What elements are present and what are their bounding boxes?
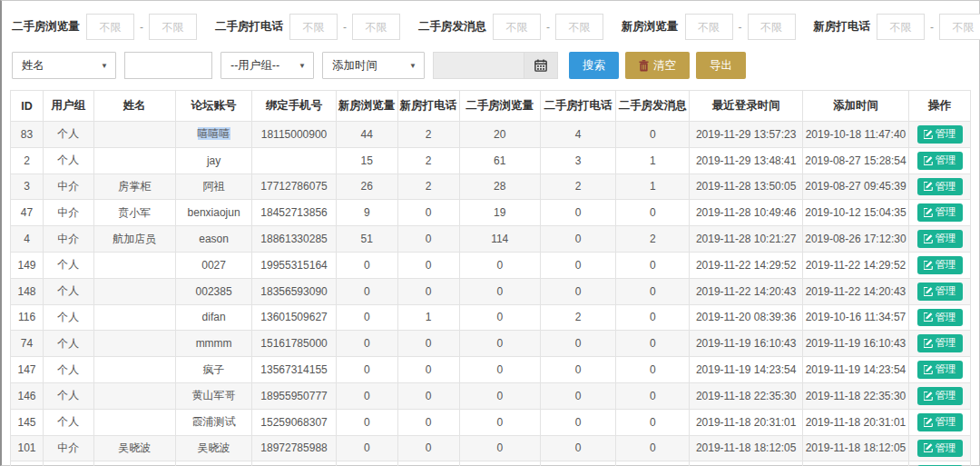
table-cell: 18356593090 bbox=[252, 278, 337, 304]
table-cell: 0 bbox=[616, 252, 690, 278]
table-cell: 13567314155 bbox=[252, 357, 337, 383]
column-header: 操作 bbox=[909, 91, 971, 122]
table-cell: 2019-08-26 17:12:30 bbox=[802, 226, 908, 253]
table-cell: 0 bbox=[540, 226, 615, 253]
table-cell: 51 bbox=[336, 226, 397, 253]
clear-button[interactable]: 清空 bbox=[625, 52, 690, 79]
date-range-input[interactable] bbox=[433, 52, 524, 79]
edit-icon bbox=[924, 287, 933, 296]
manage-button[interactable]: 管理 bbox=[917, 152, 963, 170]
edit-icon bbox=[924, 182, 933, 191]
table-cell: 1 bbox=[397, 304, 459, 331]
manage-button[interactable]: 管理 bbox=[917, 125, 963, 144]
manage-button-label: 管理 bbox=[936, 259, 956, 272]
manage-button[interactable]: 管理 bbox=[917, 334, 963, 352]
secondhand-messages-max-input[interactable] bbox=[555, 14, 603, 40]
chevron-down-icon: ▼ bbox=[299, 62, 306, 70]
manage-button[interactable]: 管理 bbox=[917, 230, 963, 248]
time-field-select-value: 添加时间 bbox=[332, 58, 377, 74]
table-row: 52中介测试店长账号哈哈哈18861330285000002019-11-18 … bbox=[11, 461, 971, 466]
table-cell: 13601509627 bbox=[252, 304, 337, 331]
manage-button[interactable]: 管理 bbox=[917, 178, 963, 196]
table-cell: 148 bbox=[11, 278, 44, 304]
table-cell: 0 bbox=[336, 278, 397, 304]
manage-button[interactable]: 管理 bbox=[917, 440, 963, 458]
table-cell-actions: 管理 bbox=[909, 304, 971, 331]
table-row: 116个人difan13601509627010202019-11-20 08:… bbox=[11, 304, 971, 331]
table-cell: 2 bbox=[397, 174, 459, 200]
manage-button[interactable]: 管理 bbox=[917, 387, 963, 405]
table-cell: 0027 bbox=[175, 252, 251, 278]
table-cell bbox=[93, 357, 175, 383]
table-cell bbox=[93, 147, 175, 174]
secondhand-views-max-input[interactable] bbox=[149, 14, 197, 40]
range-filters-bar: 二手房浏览量 - 二手房打电话 - 二手房发消息 - 新房浏览量 - 新房打电话… bbox=[12, 14, 971, 40]
table-cell: 0 bbox=[397, 331, 459, 357]
table-cell: 中介 bbox=[43, 435, 93, 461]
secondhand-calls-max-input[interactable] bbox=[352, 14, 400, 40]
newhouse-calls-min-input[interactable] bbox=[877, 14, 925, 40]
column-header: 绑定手机号 bbox=[252, 91, 337, 122]
manage-button-label: 管理 bbox=[936, 181, 956, 193]
edit-icon bbox=[924, 339, 933, 348]
table-cell-actions: 管理 bbox=[909, 435, 971, 461]
secondhand-views-min-input[interactable] bbox=[86, 14, 134, 40]
selected-text: 嘻嘻嘻 bbox=[198, 127, 230, 140]
edit-icon bbox=[924, 130, 933, 139]
column-header: 论坛账号 bbox=[175, 91, 251, 122]
manage-button[interactable]: 管理 bbox=[917, 309, 963, 327]
table-cell: 2019-11-28 10:21:27 bbox=[690, 226, 802, 253]
newhouse-calls-max-input[interactable] bbox=[939, 14, 980, 40]
table-cell: 147 bbox=[11, 357, 44, 383]
manage-button-label: 管理 bbox=[936, 337, 956, 350]
table-cell bbox=[93, 382, 175, 409]
newhouse-views-min-input[interactable] bbox=[685, 14, 733, 40]
user-management-page: 二手房浏览量 - 二手房打电话 - 二手房发消息 - 新房浏览量 - 新房打电话… bbox=[0, 0, 980, 466]
table-row: 4中介航加店员eason18861330285510114022019-11-2… bbox=[11, 226, 971, 253]
manage-button[interactable]: 管理 bbox=[917, 203, 963, 222]
table-cell: 002385 bbox=[175, 278, 251, 304]
edit-icon bbox=[924, 156, 933, 165]
table-cell: 83 bbox=[11, 122, 44, 148]
usergroup-select[interactable]: --用户组-- ▼ bbox=[220, 52, 314, 79]
table-cell: 0 bbox=[540, 461, 615, 466]
edit-icon bbox=[924, 443, 933, 452]
name-search-input[interactable] bbox=[124, 52, 212, 79]
table-cell-actions: 管理 bbox=[909, 147, 971, 174]
table-cell: 0 bbox=[459, 331, 540, 357]
table-row: 3中介房掌柜阿祖1771278607526228212019-11-28 13:… bbox=[11, 174, 971, 200]
table-cell: 2 bbox=[397, 147, 459, 174]
name-field-select[interactable]: 姓名 ▼ bbox=[12, 52, 116, 79]
export-button[interactable]: 导出 bbox=[696, 52, 746, 79]
manage-button[interactable]: 管理 bbox=[917, 413, 963, 431]
table-cell: 28 bbox=[459, 174, 540, 200]
table-cell: 0 bbox=[397, 226, 459, 253]
manage-button[interactable]: 管理 bbox=[917, 361, 963, 379]
table-cell: 101 bbox=[11, 435, 44, 461]
manage-button[interactable]: 管理 bbox=[917, 283, 963, 301]
table-cell: 2019-11-18 20:31:01 bbox=[802, 409, 908, 435]
manage-button[interactable]: 管理 bbox=[917, 256, 963, 274]
time-field-select[interactable]: 添加时间 ▼ bbox=[322, 52, 425, 79]
secondhand-messages-min-input[interactable] bbox=[493, 14, 541, 40]
manage-button-label: 管理 bbox=[936, 390, 956, 402]
table-cell: 0 bbox=[616, 304, 690, 331]
table-cell: 3 bbox=[540, 147, 615, 174]
newhouse-views-max-input[interactable] bbox=[748, 14, 796, 40]
calendar-addon-button[interactable] bbox=[524, 52, 558, 79]
table-cell-actions: 管理 bbox=[909, 331, 971, 357]
table-cell: 2019-11-29 13:57:23 bbox=[690, 122, 802, 148]
table-cell: 2019-11-22 14:29:52 bbox=[802, 252, 908, 278]
table-cell: 2019-11-18 20:31:01 bbox=[690, 409, 802, 435]
table-cell: 2019-11-18 22:35:30 bbox=[802, 382, 908, 409]
table-row: 149个人002719955315164000002019-11-22 14:2… bbox=[11, 252, 971, 278]
search-button[interactable]: 搜索 bbox=[569, 52, 619, 79]
table-cell: 0 bbox=[616, 278, 690, 304]
table-cell: 74 bbox=[11, 331, 44, 357]
edit-icon bbox=[924, 365, 933, 374]
table-cell: 17712786075 bbox=[252, 174, 337, 200]
edit-icon bbox=[924, 418, 933, 427]
table-row: 74个人mmmm15161785000000002019-11-19 16:10… bbox=[11, 331, 971, 357]
secondhand-calls-min-input[interactable] bbox=[289, 14, 338, 40]
table-cell: 哈哈哈 bbox=[175, 461, 251, 466]
